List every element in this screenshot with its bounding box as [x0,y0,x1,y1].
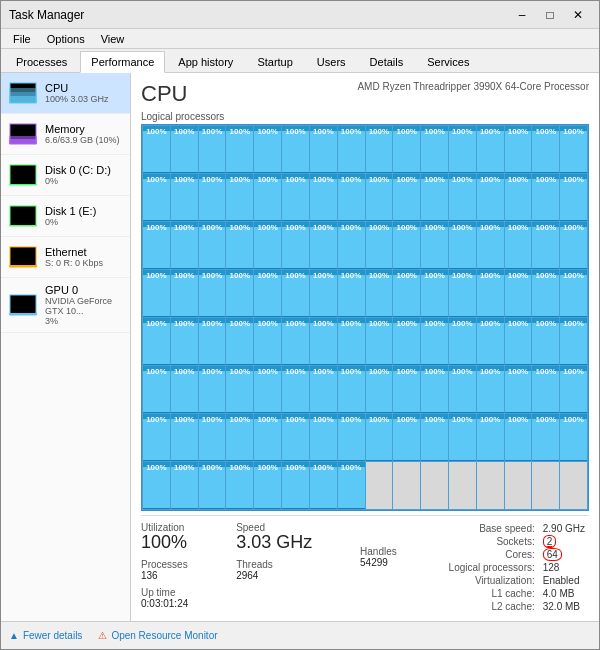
sidebar-gpu0-info: GPU 0 NVIDIA GeForce GTX 10...3% [45,284,122,326]
cpu-cell-label: 100% [393,319,420,328]
cpu-cell: 100% [254,414,281,461]
sidebar-item-disk1[interactable]: Disk 1 (E:) 0% [1,196,130,237]
cpu-cell-label: 100% [505,319,532,328]
cpu-cell-label: 100% [226,223,253,232]
disk0-icon [9,161,37,189]
tab-details[interactable]: Details [359,50,415,72]
title-bar: Task Manager – □ ✕ [1,1,599,29]
cpu-cell-label: 100% [199,127,226,136]
cpu-cell-label: 100% [143,271,170,280]
speed-value: 3.03 GHz [236,533,312,553]
tab-services[interactable]: Services [416,50,480,72]
cpu-cell: 100% [338,414,365,461]
utilization-group: Utilization 100% [141,522,188,553]
cpu-cell: 100% [532,318,559,365]
cpu-cell-label: 100% [338,223,365,232]
menu-options[interactable]: Options [39,29,93,49]
cpu-cell: 100% [338,462,365,509]
cpu-cell-label: 100% [393,271,420,280]
sidebar-item-cpu[interactable]: CPU 100% 3.03 GHz [1,73,130,114]
cpu-cell: 100% [199,222,226,269]
cpu-cell: 100% [532,174,559,221]
menu-view[interactable]: View [93,29,133,49]
cpu-cell: 100% [477,414,504,461]
sidebar-item-disk0[interactable]: Disk 0 (C: D:) 0% [1,155,130,196]
cpu-cell-label: 100% [477,415,504,424]
tab-users[interactable]: Users [306,50,357,72]
tab-app-history[interactable]: App history [167,50,244,72]
threads-group: Threads 2964 [236,559,312,581]
base-speed-value: 2.90 GHz [539,522,589,535]
fewer-details-link[interactable]: ▲ Fewer details [9,630,82,641]
cpu-cell: 100% [338,174,365,221]
stats-center: Speed 3.03 GHz Threads 2964 [236,522,312,613]
cpu-cell: 100% [393,270,420,317]
cpu-cell-label: 100% [366,367,393,376]
cpu-cell: 100% [171,270,198,317]
cpu-cell-label: 100% [338,367,365,376]
cpu-cell: 100% [143,414,170,461]
cpu-cell-label: 100% [226,175,253,184]
logical-processors-label: Logical processors [141,111,589,122]
cpu-cell: 100% [560,414,587,461]
cpu-cell-label: 100% [560,367,587,376]
svg-rect-9 [10,206,36,226]
cpu-cell: 100% [226,174,253,221]
cpu-cell-label: 100% [505,127,532,136]
tab-performance[interactable]: Performance [80,51,165,73]
cpu-cell-label: 100% [532,175,559,184]
cpu-cell-label: 100% [254,223,281,232]
cpu-cell: 100% [366,174,393,221]
sockets-row: Sockets: 2 [445,535,589,548]
cpu-cell-label: 100% [171,271,198,280]
cpu-cell: 100% [282,414,309,461]
cpu-cell-label: 100% [338,175,365,184]
l1-cache-label: L1 cache: [445,587,539,600]
cpu-cell-label: 100% [505,271,532,280]
close-button[interactable]: ✕ [565,5,591,25]
cpu-cell: 100% [282,366,309,413]
sidebar-disk1-detail: 0% [45,217,96,227]
cpu-cell-label: 100% [254,127,281,136]
content-header: CPU AMD Ryzen Threadripper 3990X 64-Core… [141,81,589,107]
cpu-cell: 100% [393,222,420,269]
tab-processes[interactable]: Processes [5,50,78,72]
maximize-button[interactable]: □ [537,5,563,25]
cpu-cell-empty [505,462,532,509]
cpu-cell-label: 100% [254,175,281,184]
svg-rect-7 [10,165,36,185]
cpu-model: AMD Ryzen Threadripper 3990X 64-Core Pro… [357,81,589,92]
cpu-cell-label: 100% [560,415,587,424]
title-bar-controls: – □ ✕ [509,5,591,25]
cpu-cell-label: 100% [143,127,170,136]
cpu-cell: 100% [254,270,281,317]
cpu-cell-label: 100% [477,223,504,232]
svg-rect-11 [10,247,36,267]
cpu-cell: 100% [532,270,559,317]
sidebar-item-gpu0[interactable]: GPU 0 NVIDIA GeForce GTX 10...3% [1,278,130,333]
cores-row: Cores: 64 [445,548,589,561]
cpu-cell-empty [532,462,559,509]
base-speed-label: Base speed: [445,522,539,535]
cpu-cell: 100% [449,174,476,221]
cpu-cell-label: 100% [338,415,365,424]
minimize-button[interactable]: – [509,5,535,25]
open-resource-monitor-link[interactable]: ⚠ Open Resource Monitor [98,630,217,641]
cpu-cell: 100% [338,366,365,413]
sidebar-item-ethernet[interactable]: Ethernet S: 0 R: 0 Kbps [1,237,130,278]
cpu-cell-label: 100% [477,175,504,184]
cpu-cell: 100% [226,414,253,461]
sidebar-disk0-info: Disk 0 (C: D:) 0% [45,164,111,186]
cpu-cell-label: 100% [310,223,337,232]
page-title: CPU [141,81,187,107]
cpu-cell: 100% [282,222,309,269]
cpu-grid: 100%100%100%100%100%100%100%100%100%100%… [141,124,589,511]
menu-file[interactable]: File [5,29,39,49]
cpu-cell: 100% [310,366,337,413]
cpu-cell-label: 100% [171,319,198,328]
handles-value: 54299 [360,557,397,568]
sidebar-item-memory[interactable]: Memory 6.6/63.9 GB (10%) [1,114,130,155]
tab-startup[interactable]: Startup [246,50,303,72]
cpu-cell-label: 100% [338,319,365,328]
cpu-cell: 100% [366,414,393,461]
